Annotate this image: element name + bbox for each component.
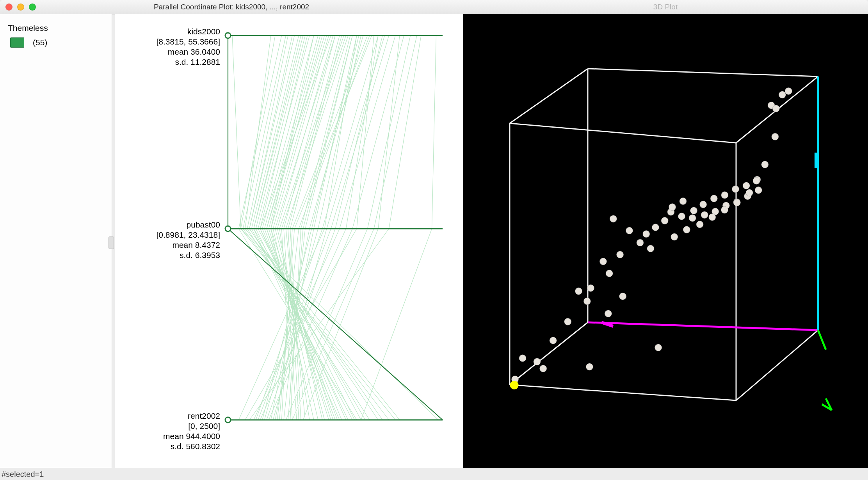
pcp-axis-name: kids2000 <box>187 27 220 36</box>
window-controls <box>5 4 36 11</box>
scatter3d-point[interactable] <box>637 239 644 246</box>
scatter3d-point[interactable] <box>617 251 624 258</box>
scatter3d-point[interactable] <box>721 192 728 199</box>
scatter3d-point[interactable] <box>540 365 547 372</box>
scatter3d-point[interactable] <box>721 206 728 213</box>
cube-edge <box>588 69 818 76</box>
axis-x-magenta <box>588 322 818 330</box>
pcp-axis-name: pubast00 <box>187 220 220 229</box>
pcp-axis-mean: mean 36.0400 <box>168 47 220 56</box>
pcp-axis-sd: s.d. 11.2881 <box>175 57 220 66</box>
pcp-axis-handle[interactable] <box>225 226 231 231</box>
scatter3d-point[interactable] <box>575 288 582 295</box>
scatter3d-point[interactable] <box>626 227 633 234</box>
cube-edge <box>510 385 736 400</box>
scatter3d-point[interactable] <box>689 215 696 222</box>
window-title-left: Parallel Coordinate Plot: kids2000, ...,… <box>0 3 463 11</box>
scatter3d-point[interactable] <box>696 221 703 228</box>
scatter3d-point[interactable] <box>678 213 685 220</box>
titlebar-left[interactable]: Parallel Coordinate Plot: kids2000, ...,… <box>0 0 463 14</box>
pcp-axis-handle[interactable] <box>225 417 231 423</box>
scatter3d-point[interactable] <box>669 204 676 211</box>
pcp-axis-mean: mean 944.4000 <box>163 432 220 441</box>
close-icon[interactable] <box>5 4 12 11</box>
scatter3d-point[interactable] <box>586 363 593 370</box>
legend-count: (55) <box>33 38 47 47</box>
scatter3d-point[interactable] <box>619 293 626 300</box>
scatter3d-point[interactable] <box>733 199 740 206</box>
scatter3d-point[interactable] <box>564 318 571 325</box>
scatter3d-point[interactable] <box>753 177 760 184</box>
legend-swatch-icon <box>10 37 24 48</box>
scatter3d-point[interactable] <box>709 213 716 220</box>
scatter3d-point[interactable] <box>587 284 594 292</box>
scatter3d-point[interactable] <box>599 258 607 265</box>
scatter-3d-plot[interactable] <box>463 14 868 468</box>
content-area: Themeless (55) kids2000[8.3815, 55.3666]… <box>0 14 868 468</box>
pcp-observation-line <box>361 36 436 420</box>
pcp-axis-sd: s.d. 6.3953 <box>180 251 220 260</box>
titlebar-right[interactable]: 3D Plot <box>463 0 868 14</box>
scatter3d-point[interactable] <box>761 161 768 168</box>
scatter3d-point[interactable] <box>772 133 779 140</box>
pcp-observation-line <box>260 36 379 420</box>
scatter3d-point[interactable] <box>671 233 678 240</box>
status-bar: #selected=1 <box>0 468 868 480</box>
zoom-icon[interactable] <box>29 4 36 11</box>
legend-title: Themeless <box>0 14 112 36</box>
scatter3d-point[interactable] <box>700 201 707 208</box>
pcp-axis-mean: mean 8.4372 <box>172 240 220 249</box>
window-title-right: 3D Plot <box>653 3 678 11</box>
scatter3d-point[interactable] <box>661 217 668 224</box>
cube-edge <box>736 330 818 400</box>
scatter3d-point[interactable] <box>550 337 557 344</box>
cube-edge <box>510 123 736 143</box>
scatter3d-point[interactable] <box>779 91 786 98</box>
scatter3d-point[interactable] <box>534 358 541 365</box>
scatter3d-point[interactable] <box>710 195 717 202</box>
scatter3d-selected-point[interactable] <box>510 381 519 389</box>
scatter3d-point[interactable] <box>583 298 591 305</box>
scatter3d-point[interactable] <box>690 207 697 214</box>
scatter3d-point[interactable] <box>519 355 526 362</box>
parallel-coordinate-plot[interactable]: kids2000[8.3815, 55.3666]mean 36.0400s.d… <box>115 14 463 468</box>
scatter3d-point[interactable] <box>679 197 687 204</box>
scatter3d-point[interactable] <box>655 344 662 351</box>
scatter3d-point[interactable] <box>643 231 650 238</box>
axis-y-green <box>818 330 826 350</box>
scatter3d-point[interactable] <box>606 270 613 277</box>
scatter3d-point[interactable] <box>701 212 708 219</box>
scatter3d-point[interactable] <box>732 186 739 193</box>
pcp-axis-handle[interactable] <box>225 33 231 38</box>
pcp-observation-line <box>292 36 417 420</box>
pcp-observation-line <box>247 36 370 420</box>
scatter3d-point[interactable] <box>647 245 654 252</box>
pcp-axis-name: rent2002 <box>188 411 220 420</box>
pcp-observation-line <box>245 36 400 420</box>
cube-edge <box>510 69 588 123</box>
scatter3d-point[interactable] <box>683 226 690 233</box>
pcp-axis-range: [0.8981, 23.4318] <box>157 230 220 239</box>
scatter3d-point[interactable] <box>755 187 762 194</box>
panel-resize-handle[interactable] <box>108 236 114 249</box>
scatter3d-point[interactable] <box>743 182 750 189</box>
pcp-observation-line <box>277 36 370 420</box>
minimize-icon[interactable] <box>17 4 24 11</box>
cube-edge <box>510 322 588 385</box>
pcp-axis-sd: s.d. 560.8302 <box>171 442 220 451</box>
legend-panel: Themeless (55) <box>0 14 112 468</box>
scatter3d-point[interactable] <box>785 87 792 94</box>
scatter3d-point[interactable] <box>772 105 779 112</box>
scatter3d-point[interactable] <box>746 189 753 196</box>
scatter3d-point[interactable] <box>652 224 659 231</box>
scatter3d-point[interactable] <box>605 310 612 317</box>
pcp-axis-range: [0, 2500] <box>188 421 220 430</box>
scatter3d-point[interactable] <box>610 215 617 222</box>
legend-item[interactable]: (55) <box>0 36 112 49</box>
pcp-axis-range: [8.3815, 55.3666] <box>157 37 220 46</box>
status-selected-count: #selected=1 <box>2 470 44 478</box>
app-window: Parallel Coordinate Plot: kids2000, ...,… <box>0 0 868 480</box>
